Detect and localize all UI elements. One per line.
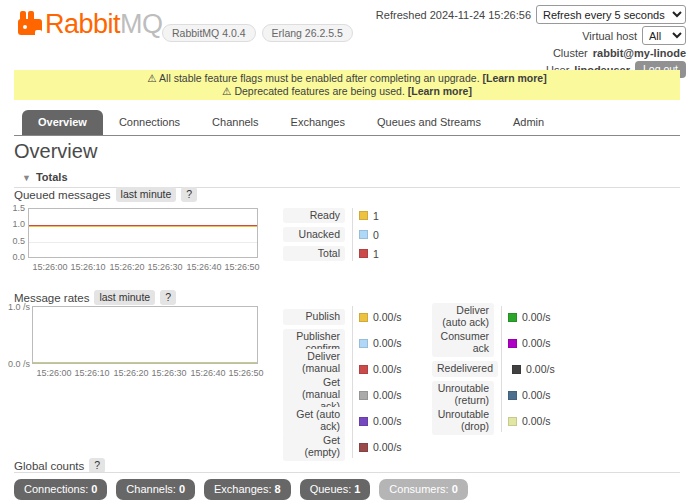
queued-messages-title: Queued messages (14, 189, 111, 201)
brand-mq: MQ (120, 9, 163, 39)
unroutable-return-label: Unroutable (return) (432, 381, 494, 409)
rates-legend-right: Deliver (auto ack) 0.00/s Consumer ack 0… (432, 304, 572, 434)
tab-connections[interactable]: Connections (103, 110, 196, 135)
deliver-auto-ack-label: Deliver (auto ack) (432, 303, 494, 331)
message-rates-header: Message rates last minute ? (14, 290, 176, 305)
unacked-value: 0 (373, 229, 379, 241)
legend-row-unroutable-drop: Unroutable (drop) 0.00/s (432, 408, 572, 434)
rabbitmq-version-badge: RabbitMQ 4.0.4 (162, 24, 256, 42)
queued-messages-header: Queued messages last minute ? (14, 187, 197, 202)
queued-window-badge[interactable]: last minute (116, 187, 177, 202)
deliver-auto-ack-value: 0.00/s (522, 311, 551, 323)
legend-row-total: Total 1 (283, 244, 413, 263)
main-nav-tabs: Overview Connections Channels Exchanges … (14, 110, 680, 136)
totals-section-toggle[interactable]: ▼Totals (14, 169, 680, 188)
deliver-manual-ack-value: 0.00/s (373, 363, 402, 375)
queued-messages-chart (28, 208, 258, 258)
rabbitmq-logo[interactable]: RabbitMQ™ (18, 9, 171, 46)
page-title: Overview (14, 140, 97, 163)
message-rates-chart (32, 306, 258, 364)
deprecated-features-warning-text: ⚠ Deprecated features are being used. (222, 85, 405, 97)
channels-count-pill[interactable]: Channels:0 (116, 479, 195, 500)
total-value: 1 (373, 248, 379, 260)
get-auto-ack-value: 0.00/s (373, 415, 402, 427)
queued-legend: Ready 1 Unacked 0 Total 1 (283, 206, 413, 263)
get-empty-swatch-icon (359, 443, 368, 452)
redelivered-value: 0.00/s (526, 363, 555, 375)
totals-label: Totals (36, 171, 68, 183)
get-auto-ack-label: Get (auto ack) (283, 407, 345, 435)
total-series-line (29, 225, 257, 227)
feature-flags-learn-more-link[interactable]: [Learn more] (482, 72, 546, 84)
exchanges-count-pill[interactable]: Exchanges:8 (204, 479, 291, 500)
consumers-count-pill[interactable]: Consumers:0 (379, 479, 467, 500)
unroutable-drop-value: 0.00/s (522, 415, 551, 427)
refresh-row: Refreshed 2024-11-24 15:26:56 Refresh ev… (376, 5, 686, 24)
tab-channels[interactable]: Channels (196, 110, 274, 135)
legend-row-get-empty: Get (empty) 0.00/s (283, 434, 423, 460)
legend-row-ready: Ready 1 (283, 206, 413, 225)
get-empty-value: 0.00/s (373, 441, 402, 453)
global-counts-header: Global counts ? (14, 458, 105, 473)
deliver-manual-ack-swatch-icon (359, 365, 368, 374)
vhost-select[interactable]: All (642, 26, 686, 45)
unroutable-drop-swatch-icon (508, 417, 517, 426)
ready-series-line (29, 226, 257, 227)
rabbitmq-overview-page: RabbitMQ™ RabbitMQ 4.0.4 Erlang 26.2.5.5… (0, 0, 694, 504)
rates-window-badge[interactable]: last minute (94, 290, 155, 305)
get-empty-label: Get (empty) (283, 433, 345, 461)
queued-ytick: 1.0 (8, 219, 25, 229)
queues-count-pill[interactable]: Queues:1 (300, 479, 371, 500)
deprecated-features-warning: ⚠ Deprecated features are being used. [L… (14, 85, 680, 98)
legend-divider (501, 306, 502, 432)
legend-divider (352, 306, 353, 458)
tab-overview[interactable]: Overview (22, 110, 103, 135)
global-counts-help-icon[interactable]: ? (89, 458, 105, 473)
ready-swatch-icon (359, 211, 368, 220)
brand-rabbit: Rabbit (45, 9, 120, 39)
get-manual-ack-value: 0.00/s (373, 389, 402, 401)
legend-row-redelivered: Redelivered 0.00/s (432, 356, 572, 382)
vhost-label: Virtual host (582, 30, 637, 42)
gridline (29, 242, 257, 243)
connections-count-value: 0 (91, 483, 97, 495)
deprecated-learn-more-link[interactable]: [Learn more] (408, 85, 472, 97)
channels-count-label: Channels: (126, 483, 176, 495)
queues-count-value: 1 (354, 483, 360, 495)
erlang-version-badge: Erlang 26.2.5.5 (262, 24, 353, 42)
queues-count-label: Queues: (310, 483, 352, 495)
connections-count-pill[interactable]: Connections:0 (14, 479, 107, 500)
legend-row-deliver-auto-ack: Deliver (auto ack) 0.00/s (432, 304, 572, 330)
tab-queues-and-streams[interactable]: Queues and Streams (361, 110, 497, 135)
ready-label: Ready (283, 208, 345, 224)
queued-ytick: 0.0 (8, 252, 25, 262)
rates-help-icon[interactable]: ? (160, 290, 176, 305)
unacked-swatch-icon (359, 230, 368, 239)
publisher-confirm-swatch-icon (359, 339, 368, 348)
unroutable-drop-label: Unroutable (drop) (432, 407, 494, 435)
legend-row-unacked: Unacked 0 (283, 225, 413, 244)
tab-exchanges[interactable]: Exchanges (275, 110, 361, 135)
legend-row-get-auto-ack: Get (auto ack) 0.00/s (283, 408, 423, 434)
consumers-count-label: Consumers: (389, 483, 448, 495)
cluster-label: Cluster (553, 47, 588, 59)
queued-ytick: 0.5 (8, 236, 25, 246)
consumer-ack-label: Consumer ack (432, 329, 494, 357)
queued-help-icon[interactable]: ? (181, 187, 197, 202)
unroutable-return-swatch-icon (508, 391, 517, 400)
unacked-label: Unacked (283, 227, 345, 243)
rabbit-icon (18, 11, 42, 39)
unroutable-return-value: 0.00/s (522, 389, 551, 401)
redelivered-label: Redelivered (432, 361, 498, 377)
refresh-interval-select[interactable]: Refresh every 5 seconds (536, 5, 686, 24)
connections-count-label: Connections: (24, 483, 88, 495)
redelivered-swatch-icon (512, 365, 521, 374)
legend-row-publish: Publish 0.00/s (283, 304, 423, 330)
cluster-row: Cluster rabbit@my-linode (553, 47, 686, 59)
legend-divider (352, 208, 353, 261)
get-manual-ack-swatch-icon (359, 391, 368, 400)
global-counts-rule (14, 472, 680, 473)
tab-admin[interactable]: Admin (497, 110, 560, 135)
collapse-arrow-icon: ▼ (22, 173, 31, 183)
rates-xtick: 15:26:50 (223, 368, 269, 378)
